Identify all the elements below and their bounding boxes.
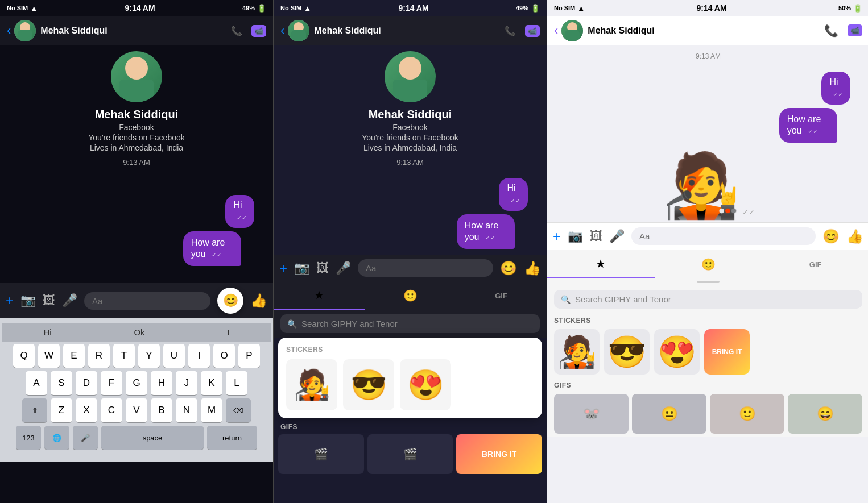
mic-button-1[interactable]: 🎤 (62, 293, 77, 308)
mic-button-3[interactable]: 🎤 (609, 229, 625, 244)
key-h[interactable]: H (151, 371, 172, 395)
suggestion-i-1[interactable]: I (221, 326, 235, 338)
like-button-3[interactable]: 👍 (846, 228, 863, 244)
key-b[interactable]: B (151, 398, 172, 422)
key-s[interactable]: S (51, 371, 72, 395)
add-button-3[interactable]: + (553, 228, 561, 244)
phone-icon-3[interactable]: 📞 (824, 24, 838, 38)
camera-button-2[interactable]: 📷 (294, 261, 309, 276)
image-button-2[interactable]: 🖼 (316, 261, 329, 276)
gif-cell-2-2[interactable]: 🎬 (367, 434, 453, 474)
key-m[interactable]: M (201, 398, 222, 422)
key-c[interactable]: C (101, 398, 122, 422)
key-globe[interactable]: 🌐 (44, 426, 69, 450)
picker-tab-sticker-3[interactable]: 🙂 (655, 250, 762, 278)
key-y[interactable]: Y (138, 344, 160, 368)
key-l[interactable]: L (226, 371, 247, 395)
gif-cell-2-3[interactable]: 😐 (632, 394, 706, 434)
key-shift[interactable]: ⇧ (22, 398, 47, 422)
search-input-row-3[interactable]: 🔍 Search GIPHY and Tenor (554, 290, 862, 309)
header-icons-3: 📞 📹 (824, 24, 862, 38)
video-icon-2[interactable]: 📹 (525, 25, 540, 37)
key-v[interactable]: V (126, 398, 147, 422)
key-space[interactable]: space (101, 426, 204, 450)
sticker-item-2-2[interactable]: 😎 (343, 359, 394, 410)
picker-tab-gif-3[interactable]: GIF (762, 250, 868, 278)
sticker-item-1-2[interactable]: 🧑‍🎤 (286, 359, 337, 410)
key-n[interactable]: N (176, 398, 197, 422)
like-button-2[interactable]: 👍 (524, 260, 541, 276)
key-mic-kb[interactable]: 🎤 (73, 426, 98, 450)
key-k[interactable]: K (201, 371, 222, 395)
picker-tab-star-2[interactable]: ★ (274, 281, 365, 310)
sticker-cell-4-3[interactable]: BRING IT (704, 329, 750, 375)
key-a[interactable]: A (26, 371, 47, 395)
sticker-cell-1-3[interactable]: 🧑‍🎤 (554, 329, 600, 375)
key-x[interactable]: X (76, 398, 97, 422)
status-bar-3: No SIM ▲ 9:14 AM 50% 🔋 (547, 0, 868, 16)
back-button-2[interactable]: ‹ (280, 23, 284, 38)
back-button-3[interactable]: ‹ (554, 23, 558, 38)
suggestion-ok-1[interactable]: Ok (128, 326, 150, 338)
mic-button-2[interactable]: 🎤 (336, 261, 351, 276)
battery-label-3: 50% (838, 5, 851, 11)
emoji-button-3[interactable]: 😊 (822, 228, 840, 244)
key-u[interactable]: U (163, 344, 185, 368)
phone-icon-2[interactable]: 📞 (505, 26, 516, 36)
picker-tab-gif-2[interactable]: GIF (456, 281, 547, 310)
header-avatar-3 (561, 20, 583, 41)
key-t[interactable]: T (113, 344, 135, 368)
message-input-3[interactable] (631, 227, 816, 245)
profile-sub2-2: You're friends on Facebook (362, 133, 458, 142)
video-icon-3[interactable]: 📹 (848, 24, 862, 36)
key-f[interactable]: F (101, 371, 122, 395)
gif-cell-1-3[interactable]: 🐭 (554, 394, 629, 434)
gifs-section-3: GIFS 🐭 😐 🙂 😄 (547, 378, 868, 437)
suggestion-hi-1[interactable]: Hi (38, 326, 57, 338)
image-button-3[interactable]: 🖼 (590, 229, 602, 244)
camera-button-1[interactable]: 📷 (20, 293, 36, 308)
sticker-cell-2-3[interactable]: 😎 (604, 329, 650, 375)
emoji-smiley-1: 😊 (223, 293, 238, 308)
key-o[interactable]: O (213, 344, 235, 368)
key-d[interactable]: D (76, 371, 97, 395)
header-avatar-2 (288, 20, 309, 41)
key-delete[interactable]: ⌫ (226, 398, 251, 422)
key-w[interactable]: W (38, 344, 60, 368)
msg-bubble-howare-3: How are you ✓✓ (779, 108, 837, 143)
video-icon-1[interactable]: 📹 (251, 25, 266, 37)
sticker-item-3-2[interactable]: 😍 (400, 359, 451, 410)
key-i[interactable]: I (188, 344, 210, 368)
profile-name-2: Mehak Siddiqui (369, 108, 452, 121)
phone-icon-1[interactable]: 📞 (231, 26, 242, 36)
large-avatar-face-2 (399, 57, 421, 80)
key-p[interactable]: P (238, 344, 260, 368)
key-return[interactable]: return (207, 426, 257, 450)
emoji-button-2[interactable]: 😊 (500, 260, 517, 276)
key-r[interactable]: R (88, 344, 110, 368)
key-j[interactable]: J (176, 371, 197, 395)
picker-tab-star-3[interactable]: ★ (547, 250, 655, 278)
emoji-circle-button-1[interactable]: 😊 (217, 288, 243, 314)
add-button-2[interactable]: + (279, 260, 287, 276)
key-e[interactable]: E (63, 344, 85, 368)
picker-tab-sticker-2[interactable]: 🙂 (365, 281, 456, 310)
camera-button-3[interactable]: 📷 (568, 229, 583, 244)
image-button-1[interactable]: 🖼 (43, 293, 55, 308)
gif-cell-1-2[interactable]: 🎬 (278, 434, 364, 474)
sticker-cell-3-3[interactable]: 😍 (654, 329, 700, 375)
key-q[interactable]: Q (13, 344, 35, 368)
key-123[interactable]: 123 (16, 426, 41, 450)
like-button-1[interactable]: 👍 (250, 293, 267, 309)
back-button-1[interactable]: ‹ (7, 23, 11, 38)
gif-cell-3-3[interactable]: 🙂 (710, 394, 784, 434)
message-input-2[interactable] (358, 259, 493, 277)
gif-cell-4-3[interactable]: 😄 (788, 394, 862, 434)
gif-cell-3-2[interactable]: BRING IT (456, 434, 542, 474)
msg-check-6: ✓✓ (808, 128, 818, 135)
key-g[interactable]: G (126, 371, 147, 395)
add-button-1[interactable]: + (6, 293, 14, 309)
key-z[interactable]: Z (51, 398, 72, 422)
large-avatar-body-1 (119, 80, 154, 102)
message-input-1[interactable] (84, 292, 210, 310)
